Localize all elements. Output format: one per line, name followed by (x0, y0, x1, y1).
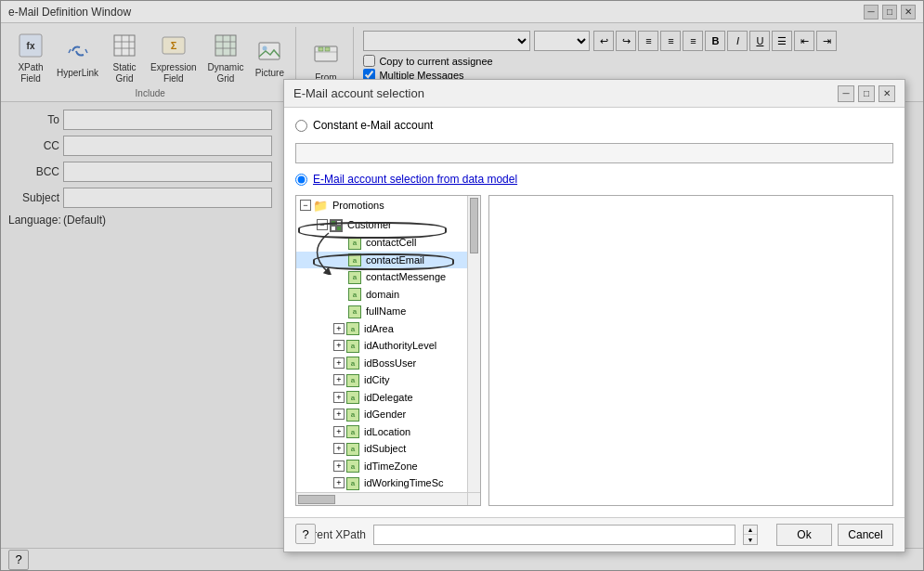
tree-label-idAuthorityLevel: idAuthorityLevel (364, 340, 436, 351)
tree-item-contactCell[interactable]: acontactCell (296, 234, 480, 252)
tree-item-promotions[interactable]: −📁Promotions (296, 196, 480, 214)
tree-container: −📁Promotions−CustomeracontactCellacontac… (296, 196, 480, 492)
tree-scroll-thumb-h[interactable] (298, 495, 335, 504)
tree-item-domain[interactable]: adomain (296, 286, 480, 304)
xpath-input[interactable] (373, 525, 735, 545)
field-icon-idAuthorityLevel: a (346, 339, 359, 353)
right-content-panel (488, 195, 893, 506)
datamodel-radio[interactable] (295, 174, 307, 186)
tree-item-idLocation[interactable]: +aidLocation (296, 423, 480, 441)
datamodel-radio-label: E-Mail account selection from data model (313, 173, 517, 186)
tree-label-fullName: fullName (366, 305, 406, 317)
tree-item-idGender[interactable]: +aidGender (296, 406, 480, 423)
xpath-spinner[interactable]: ▲ ▼ (743, 525, 758, 545)
field-icon-idDelegate: a (346, 391, 359, 405)
modal-minimize-button[interactable]: ─ (838, 85, 854, 102)
field-icon-idWorkingTimeSc: a (346, 476, 359, 490)
tree-label-idSubject: idSubject (364, 443, 406, 454)
field-icon-contactMessenge: a (348, 270, 361, 284)
field-icon-domain: a (348, 288, 361, 302)
tree-item-customer[interactable]: −Customer (296, 214, 480, 234)
tree-item-idArea[interactable]: +aidArea (296, 320, 480, 338)
expand-idDelegate[interactable]: + (333, 392, 345, 403)
tree-label-domain: domain (366, 289, 399, 300)
tree-scrollbar-h[interactable] (296, 492, 467, 505)
tree-item-idDelegate[interactable]: +aidDelegate (296, 389, 480, 407)
table-icon-customer (330, 216, 343, 232)
field-icon-idArea: a (346, 322, 359, 336)
tree-panel[interactable]: −📁Promotions−CustomeracontactCellacontac… (295, 195, 481, 506)
expand-promotions[interactable]: − (300, 200, 311, 211)
field-icon-idBossUser: a (346, 357, 359, 370)
expand-idCity[interactable]: + (333, 374, 345, 385)
field-icon-fullName: a (348, 305, 361, 318)
modal-footer: Current XPath ▲ ▼ Ok Cancel (284, 517, 904, 552)
modal-body: Constant e-Mail account E-Mail account s… (284, 108, 904, 517)
field-icon-idSubject: a (346, 442, 359, 456)
tree-label-idLocation: idLocation (364, 426, 410, 437)
modal-title: E-Mail account selection (293, 86, 424, 100)
constant-radio-label: Constant e-Mail account (313, 119, 433, 132)
xpath-row: Current XPath ▲ ▼ (295, 525, 758, 545)
tree-label-idGender: idGender (364, 409, 406, 420)
constant-radio-row: Constant e-Mail account (295, 119, 893, 132)
field-icon-idCity: a (346, 373, 359, 387)
tree-item-contactMessenge[interactable]: acontactMessenge (296, 268, 480, 286)
field-icon-idLocation: a (346, 425, 359, 439)
tree-label-idTimeZone: idTimeZone (364, 461, 418, 472)
tree-item-contactEmail[interactable]: acontactEmail (296, 252, 480, 269)
tree-label-idWorkingTimeSc: idWorkingTimeSc (364, 477, 444, 488)
email-account-modal: E-Mail account selection ─ □ ✕ Constant … (283, 79, 905, 552)
xpath-spin-up[interactable]: ▲ (744, 526, 757, 535)
expand-idArea[interactable]: + (333, 323, 345, 334)
tree-item-idSubject[interactable]: +aidSubject (296, 440, 480, 458)
modal-help-container: ? (295, 524, 316, 544)
modal-title-bar: E-Mail account selection ─ □ ✕ (284, 80, 904, 108)
tree-item-idAuthorityLevel[interactable]: +aidAuthorityLevel (296, 337, 480, 355)
tree-label-idDelegate: idDelegate (364, 392, 413, 403)
expand-idLocation[interactable]: + (333, 426, 345, 437)
tree-label-idArea: idArea (364, 323, 394, 334)
modal-close-button[interactable]: ✕ (878, 85, 895, 102)
field-icon-contactEmail: a (348, 253, 361, 267)
field-icon-idTimeZone: a (346, 460, 359, 474)
field-icon-idGender: a (346, 408, 359, 422)
expand-idGender[interactable]: + (333, 409, 345, 420)
folder-icon-promotions: 📁 (313, 198, 328, 213)
tree-scrollbar-v[interactable] (467, 196, 480, 492)
constant-email-input[interactable] (295, 143, 893, 163)
expand-idAuthorityLevel[interactable]: + (333, 340, 345, 351)
field-icon-contactCell: a (348, 236, 361, 250)
tree-label-contactMessenge: contactMessenge (366, 271, 446, 282)
tree-item-idBossUser[interactable]: +aidBossUser (296, 355, 480, 372)
expand-idBossUser[interactable]: + (333, 357, 345, 369)
tree-item-idTimeZone[interactable]: +aidTimeZone (296, 458, 480, 475)
expand-idSubject[interactable]: + (333, 443, 345, 454)
tree-label-idBossUser: idBossUser (364, 357, 416, 369)
tree-label-customer: Customer (347, 219, 392, 230)
cancel-button[interactable]: Cancel (838, 524, 893, 546)
tree-item-fullName[interactable]: afullName (296, 303, 480, 320)
tree-item-idWorkingTimeSc[interactable]: +aidWorkingTimeSc (296, 474, 480, 492)
ok-button[interactable]: Ok (776, 524, 832, 546)
expand-idTimeZone[interactable]: + (333, 461, 345, 472)
constant-radio[interactable] (295, 120, 307, 132)
modal-action-buttons: Ok Cancel (776, 524, 893, 546)
expand-idWorkingTimeSc[interactable]: + (333, 477, 345, 488)
tree-scroll-corner (467, 492, 480, 505)
modal-help-icon[interactable]: ? (295, 524, 316, 544)
expand-customer[interactable]: − (317, 219, 328, 230)
tree-label-contactEmail: contactEmail (366, 254, 424, 266)
tree-label-contactCell: contactCell (366, 237, 416, 248)
modal-maximize-button[interactable]: □ (858, 85, 875, 102)
tree-label-promotions: Promotions (332, 200, 384, 211)
tree-label-idCity: idCity (364, 374, 390, 385)
tree-item-idCity[interactable]: +aidCity (296, 371, 480, 389)
tree-section: −📁Promotions−CustomeracontactCellacontac… (295, 195, 893, 506)
xpath-spin-down[interactable]: ▼ (744, 535, 757, 544)
modal-title-controls: ─ □ ✕ (838, 85, 895, 102)
datamodel-radio-row: E-Mail account selection from data model (295, 173, 893, 186)
tree-scroll-thumb-v[interactable] (470, 198, 478, 253)
